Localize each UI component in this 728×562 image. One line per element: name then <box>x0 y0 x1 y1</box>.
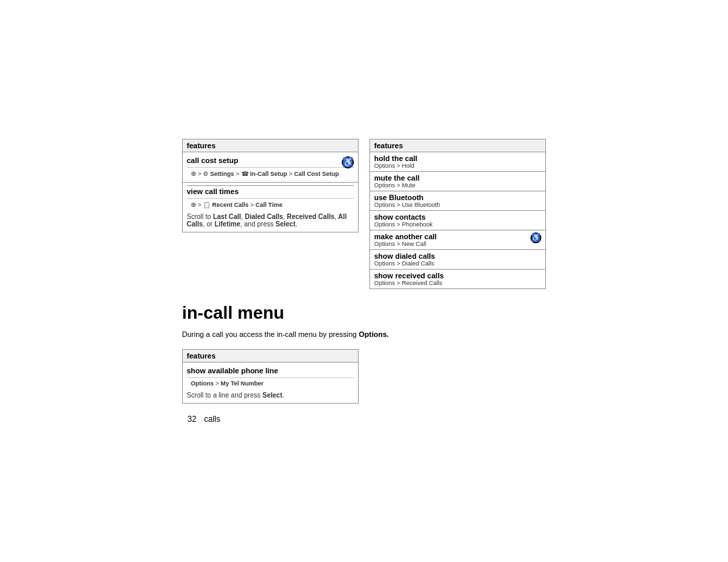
bottom-left-table: features show available phone line Optio… <box>182 349 359 404</box>
desc-view-times: Scroll to Last Call, Dialed Calls, Recei… <box>187 210 354 229</box>
table-row: make another call ♿ Options > New Call <box>370 230 546 249</box>
path-another-call: Options > New Call <box>374 241 541 247</box>
path-contacts: Options > Phonebook <box>374 221 541 228</box>
feature-label-view-times: view call times <box>187 185 354 197</box>
feature-another-call: make another call ♿ <box>374 232 541 241</box>
feature-mute: mute the call <box>374 174 541 182</box>
path-dialed: Options > Dialed Calls <box>374 260 541 267</box>
table-row: show received calls Options > Received C… <box>370 269 546 288</box>
path-bluetooth: Options > Use Bluetooth <box>374 201 541 208</box>
page-title: in-call menu <box>182 303 546 323</box>
top-left-table: features call cost setup ♿ <box>182 139 359 289</box>
feature-phone-line: show available phone line <box>187 365 354 376</box>
table-row: view call times ⊕ > 📋 Recent Calls > Cal… <box>183 182 359 232</box>
feature-dialed: show dialed calls <box>374 252 541 260</box>
table-row: show dialed calls Options > Dialed Calls <box>370 249 546 269</box>
table-row: call cost setup ♿ ⊕ > ⚙ Settings > ☎ In-… <box>183 152 359 182</box>
page-label: calls <box>204 414 220 424</box>
feature-received: show received calls <box>374 272 541 280</box>
table-row: mute the call Options > Mute <box>370 171 546 191</box>
bottom-section: features show available phone line Optio… <box>182 349 546 404</box>
top-left-header: features <box>183 139 359 152</box>
bottom-left-header: features <box>183 349 359 362</box>
page-footer: 32 calls <box>182 414 546 424</box>
path-call-cost: ⊕ > ⚙ Settings > ☎ In-Call Setup > Call … <box>191 170 339 177</box>
table-row: show available phone line Options > My T… <box>183 362 359 403</box>
page-number: 32 <box>187 414 196 424</box>
right-table: features hold the call Options > Hold <box>369 139 546 289</box>
path-mute: Options > Mute <box>374 182 541 189</box>
page-content: features call cost setup ♿ <box>169 125 559 437</box>
desc-phone-line: Scroll to a line and press Select. <box>187 389 354 400</box>
bottom-right-spacer <box>369 349 546 404</box>
path-hold: Options > Hold <box>374 162 541 169</box>
accessibility-icon-2: ♿ <box>530 232 541 243</box>
path-received: Options > Received Calls <box>374 280 541 286</box>
feature-label-call-cost: call cost setup ♿ <box>187 155 354 166</box>
feature-hold: hold the call <box>374 154 541 162</box>
table-row: use Bluetooth Options > Use Bluetooth <box>370 191 546 210</box>
accessibility-icon: ♿ <box>342 156 354 168</box>
path-phone-line: Options > My Tel Number <box>191 380 264 387</box>
top-tables: features call cost setup ♿ <box>182 139 546 289</box>
section-description: During a call you access the in-call men… <box>182 330 546 338</box>
path-view-times: ⊕ > 📋 Recent Calls > Call Time <box>191 201 282 208</box>
feature-contacts: show contacts <box>374 213 541 221</box>
right-header: features <box>370 139 546 152</box>
table-row: show contacts Options > Phonebook <box>370 210 546 230</box>
feature-bluetooth: use Bluetooth <box>374 193 541 201</box>
table-row: hold the call Options > Hold <box>370 152 546 171</box>
options-bold: Options. <box>359 330 389 338</box>
